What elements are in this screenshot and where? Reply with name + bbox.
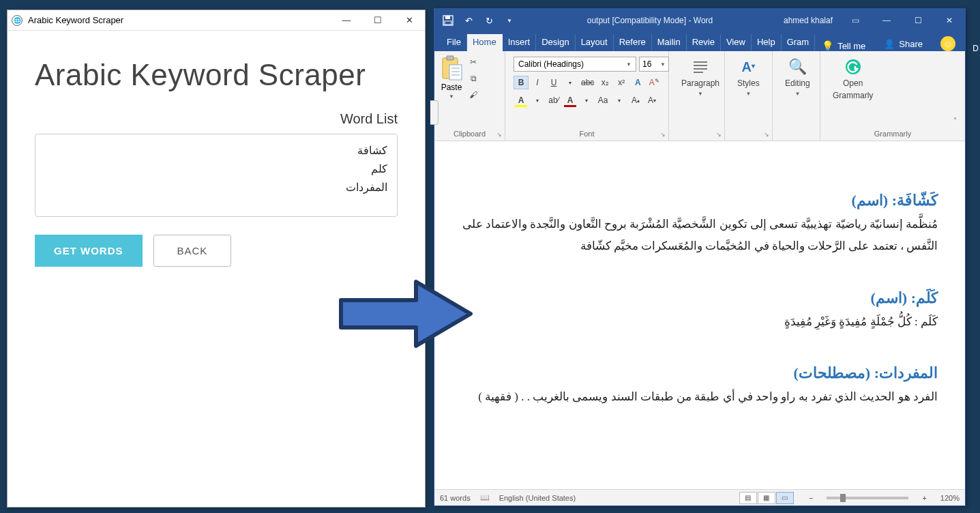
ribbon-group-grammarly: Open Grammarly ˄ Grammarly [820, 51, 965, 141]
open-grammarly-button[interactable]: Open Grammarly [826, 55, 880, 127]
collapse-ribbon-icon[interactable]: ˄ [951, 114, 960, 127]
svg-marker-0 [341, 282, 471, 346]
styles-launcher-icon[interactable]: ↘ [764, 131, 769, 138]
scraper-button-row: GET WORDS BACK [35, 235, 398, 267]
svg-rect-5 [447, 56, 454, 60]
paste-button[interactable]: Paste ▼ [440, 55, 463, 127]
paste-label: Paste [441, 83, 462, 92]
zoom-level[interactable]: 120% [940, 494, 960, 502]
save-icon[interactable] [440, 12, 456, 29]
word-status-bar: 61 words 📖 English (United States) ▤ ▦ ▭… [434, 489, 965, 505]
wordlist-input[interactable] [35, 134, 398, 217]
share-button[interactable]: Share [899, 39, 923, 49]
ab-toggle-button[interactable]: ab⁄ [546, 93, 561, 107]
back-button[interactable]: BACK [153, 235, 232, 267]
ribbon-group-font: Calibri (Headings) ▼ 16 ▼ B I U ▾ abc [505, 51, 669, 141]
tell-me-search[interactable]: 💡 Tell me [815, 40, 872, 51]
cut-icon[interactable]: ✂ [467, 57, 479, 68]
web-layout-icon[interactable]: ▭ [776, 492, 794, 504]
status-language[interactable]: English (United States) [499, 494, 576, 502]
undo-icon[interactable]: ↶ [460, 12, 477, 29]
svg-rect-2 [445, 16, 450, 19]
tab-grammarly[interactable]: Gram [782, 34, 816, 51]
grow-font-button[interactable]: A▴ [628, 93, 643, 107]
tab-home[interactable]: Home [467, 34, 503, 51]
arrow-icon [334, 276, 477, 354]
maximize-button[interactable]: ☐ [362, 10, 394, 31]
zoom-slider[interactable] [827, 497, 908, 499]
word-window: ↶ ↻ ▼ output [Compatibility Mode] - Word… [434, 8, 966, 506]
superscript-button[interactable]: x² [614, 76, 629, 89]
font-name-select[interactable]: Calibri (Headings) ▼ [514, 57, 636, 72]
tab-file[interactable]: File [441, 34, 467, 51]
ruler-toggle[interactable] [430, 100, 439, 125]
print-layout-icon[interactable]: ▦ [758, 492, 775, 504]
word-minimize-button[interactable]: — [871, 9, 902, 32]
tab-review[interactable]: Revie [687, 34, 721, 51]
font-color-button[interactable]: A [563, 93, 578, 107]
word-window-controls: ▭ — ☐ ✕ [840, 9, 965, 32]
redo-icon[interactable]: ↻ [481, 12, 497, 29]
tab-mailings[interactable]: Mailin [652, 34, 687, 51]
paragraph-label: Paragraph [681, 78, 719, 88]
close-button[interactable]: ✕ [394, 10, 425, 31]
word-close-button[interactable]: ✕ [934, 9, 965, 32]
entry-body: كَلَم : كُلُّ جُمْلَةٍ مُفِيدَةٍ وَغَيْر… [462, 311, 938, 333]
italic-button[interactable]: I [530, 76, 545, 89]
chevron-down-icon[interactable]: ▾ [563, 76, 578, 89]
clipboard-launcher-icon[interactable]: ↘ [496, 131, 502, 138]
word-maximize-button[interactable]: ☐ [902, 9, 934, 32]
word-document-area[interactable]: كَشّافَة: (اسم) مُنظَّمة إنسانيّة رياضيّ… [434, 141, 965, 489]
clipboard-group-label: Clipboard [454, 130, 486, 138]
get-words-button[interactable]: GET WORDS [35, 235, 143, 267]
text-effects-button[interactable]: A [630, 76, 645, 89]
font-size-select[interactable]: 16 ▼ [639, 57, 669, 72]
quick-access-toolbar: ↶ ↻ ▼ [434, 9, 523, 32]
highlight-button[interactable]: A [514, 93, 529, 107]
chevron-down-icon[interactable]: ▾ [579, 93, 594, 107]
tab-view[interactable]: View [721, 34, 752, 51]
zoom-thumb[interactable] [840, 494, 846, 502]
find-icon: 🔍 [788, 58, 807, 76]
font-size-value: 16 [642, 59, 651, 69]
chevron-down-icon[interactable]: ▾ [530, 93, 545, 107]
chevron-down-icon[interactable]: ▾ [612, 93, 627, 107]
bold-button[interactable]: B [514, 76, 529, 89]
zoom-in-button[interactable]: + [922, 494, 926, 502]
chevron-down-icon: ▼ [660, 61, 666, 68]
status-word-count[interactable]: 61 words [440, 494, 471, 502]
proofing-icon[interactable]: 📖 [480, 493, 490, 502]
chevron-down-icon: ▼ [449, 93, 454, 100]
read-mode-icon[interactable]: ▤ [739, 492, 757, 504]
underline-button[interactable]: U [546, 76, 561, 89]
tab-help[interactable]: Help [752, 34, 782, 51]
ribbon-options-button[interactable]: ▭ [840, 9, 871, 32]
strikethrough-button[interactable]: abc [579, 76, 596, 89]
grammarly-group-label: Grammarly [874, 130, 911, 138]
editing-button[interactable]: 🔍 Editing ▼ [778, 55, 817, 135]
styles-button[interactable]: A▾ Styles ▼ [730, 55, 767, 135]
minimize-button[interactable]: — [331, 10, 362, 31]
copy-icon[interactable]: ⧉ [467, 73, 479, 84]
entry-heading: كَلَم: (اسم) [462, 289, 938, 307]
subscript-button[interactable]: x₂ [597, 76, 612, 89]
change-case-button[interactable]: Aa [595, 93, 610, 107]
tab-insert[interactable]: Insert [503, 34, 537, 51]
tab-design[interactable]: Design [536, 34, 575, 51]
tell-me-label: Tell me [837, 41, 865, 51]
qat-customize-icon[interactable]: ▼ [501, 12, 518, 29]
paragraph-button[interactable]: Paragraph ▼ [674, 55, 726, 135]
tab-layout[interactable]: Layout [576, 34, 614, 51]
tab-references[interactable]: Refere [614, 34, 652, 51]
paragraph-launcher-icon[interactable]: ↘ [716, 131, 722, 138]
zoom-out-button[interactable]: − [809, 494, 813, 502]
clear-formatting-button[interactable]: A✎ [647, 76, 662, 89]
font-launcher-icon[interactable]: ↘ [660, 131, 666, 138]
feedback-smile-icon[interactable]: ☺ [940, 36, 955, 51]
shrink-font-button[interactable]: A▾ [644, 93, 659, 107]
svg-rect-3 [445, 21, 451, 25]
scraper-title: Arabic Keyword Scraper [28, 15, 331, 25]
font-name-value: Calibri (Headings) [518, 59, 584, 69]
chevron-down-icon: ▼ [698, 91, 703, 97]
format-painter-icon[interactable]: 🖌 [467, 89, 479, 100]
